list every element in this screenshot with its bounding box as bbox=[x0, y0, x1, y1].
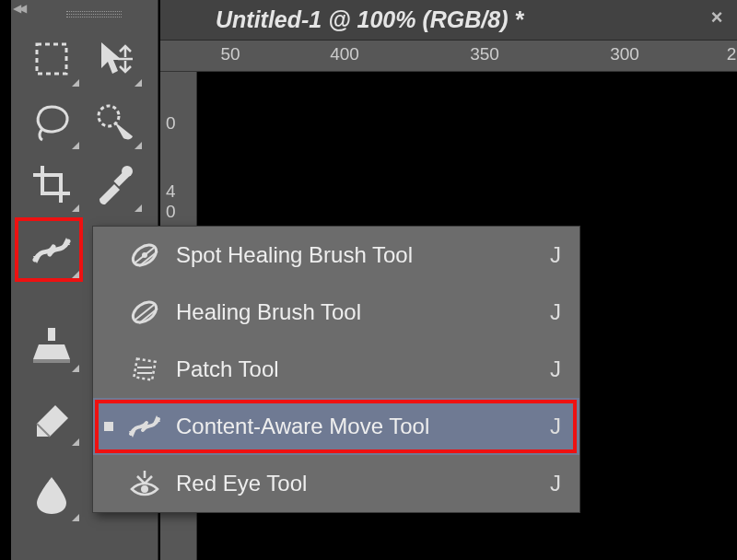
blur-tool[interactable] bbox=[20, 462, 83, 525]
quick-selection-icon bbox=[92, 99, 136, 144]
marquee-icon bbox=[29, 37, 74, 81]
move-icon bbox=[92, 37, 136, 81]
content-aware-move-icon bbox=[126, 408, 163, 445]
panel-collapse-arrows[interactable]: ◀◀ bbox=[11, 2, 24, 15]
flyout-shortcut: J bbox=[550, 356, 561, 382]
quick-selection-tool[interactable] bbox=[83, 90, 146, 153]
svg-rect-0 bbox=[37, 44, 66, 74]
healing-brush-icon bbox=[126, 294, 163, 331]
eraser-tool[interactable] bbox=[20, 387, 83, 449]
content-aware-move-icon bbox=[29, 228, 74, 273]
svg-point-3 bbox=[122, 166, 133, 177]
flyout-shortcut: J bbox=[550, 299, 561, 325]
content-aware-move-tool[interactable] bbox=[20, 219, 83, 282]
selected-indicator bbox=[104, 422, 113, 431]
flyout-label: Healing Brush Tool bbox=[176, 299, 537, 325]
flyout-item-red-eye[interactable]: Red Eye Tool J bbox=[93, 455, 579, 512]
flyout-label: Content-Aware Move Tool bbox=[176, 414, 537, 439]
flyout-item-spot-healing[interactable]: Spot Healing Brush Tool J bbox=[93, 227, 579, 284]
ruler-h-tick: 400 bbox=[330, 44, 359, 64]
ruler-h-tick: 350 bbox=[470, 44, 499, 64]
flyout-item-healing-brush[interactable]: Healing Brush Tool J bbox=[93, 284, 579, 341]
crop-tool[interactable] bbox=[20, 153, 83, 216]
crop-icon bbox=[29, 162, 74, 206]
move-tool[interactable] bbox=[83, 28, 146, 90]
ruler-h-tick: 300 bbox=[610, 44, 639, 64]
lasso-icon bbox=[29, 99, 74, 144]
eyedropper-icon bbox=[92, 162, 136, 206]
ruler-horizontal[interactable]: 50 400 350 300 2 bbox=[160, 41, 737, 72]
tool-flyout-menu: Spot Healing Brush Tool J Healing Brush … bbox=[92, 226, 580, 513]
document-titlebar: Untitled-1 @ 100% (RGB/8) * × bbox=[160, 0, 737, 41]
flyout-label: Spot Healing Brush Tool bbox=[176, 242, 537, 268]
eraser-icon bbox=[29, 396, 74, 440]
spot-healing-icon bbox=[126, 237, 163, 274]
svg-rect-4 bbox=[48, 328, 55, 341]
document-title: Untitled-1 @ 100% (RGB/8) * bbox=[216, 6, 523, 33]
clone-stamp-icon bbox=[29, 322, 74, 367]
svg-point-9 bbox=[142, 252, 147, 258]
panel-gripper[interactable] bbox=[66, 11, 122, 20]
svg-rect-13 bbox=[134, 358, 155, 379]
svg-point-16 bbox=[141, 485, 148, 493]
ruler-h-tick: 50 bbox=[220, 44, 240, 64]
tool-grid bbox=[20, 28, 146, 216]
clone-stamp-tool[interactable] bbox=[20, 313, 83, 376]
blur-icon bbox=[29, 472, 74, 516]
flyout-item-patch[interactable]: Patch Tool J bbox=[93, 341, 579, 398]
marquee-tool[interactable] bbox=[20, 28, 83, 90]
flyout-shortcut: J bbox=[550, 414, 561, 439]
close-tab-button[interactable]: × bbox=[710, 6, 722, 29]
lasso-tool[interactable] bbox=[20, 90, 83, 153]
ruler-v-tick: 4 bbox=[166, 181, 176, 202]
flyout-label: Red Eye Tool bbox=[176, 471, 537, 496]
flyout-item-content-aware-move[interactable]: Content-Aware Move Tool J bbox=[93, 398, 579, 455]
eyedropper-tool[interactable] bbox=[83, 153, 146, 216]
red-eye-icon bbox=[126, 465, 163, 502]
svg-rect-5 bbox=[33, 359, 70, 363]
ruler-h-tick: 2 bbox=[727, 44, 737, 64]
flyout-shortcut: J bbox=[550, 471, 561, 496]
ruler-v-tick: 0 bbox=[166, 113, 176, 134]
patch-icon bbox=[126, 351, 163, 388]
flyout-label: Patch Tool bbox=[176, 356, 537, 382]
ruler-v-tick: 0 bbox=[166, 202, 176, 222]
flyout-shortcut: J bbox=[550, 242, 561, 268]
